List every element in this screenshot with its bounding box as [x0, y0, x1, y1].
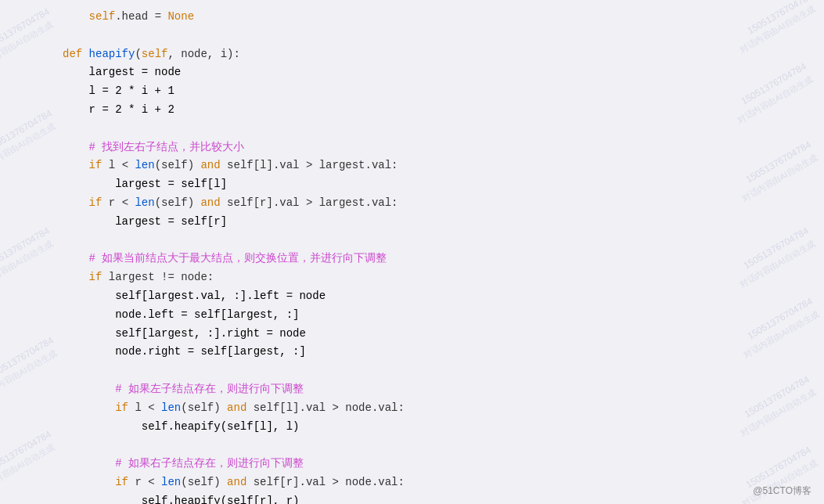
- code-line-blank4: [63, 362, 808, 380]
- code-line-swap2: node.left = self[largest, :]: [63, 306, 808, 325]
- code-line-blank2: [63, 120, 808, 139]
- code-container: self.head = None def heapify(self, node,…: [0, 0, 824, 504]
- code-line-if1: if l < len(self) and self[l].val > large…: [63, 157, 808, 175]
- code-line-if2: if r < len(self) and self[r].val > large…: [63, 194, 808, 213]
- code-line-comment4: # 如果右子结点存在，则进行向下调整: [63, 455, 808, 473]
- code-line-largest: largest = node: [63, 63, 808, 82]
- code-line-l: l = 2 * i + 1: [63, 82, 808, 101]
- code-line-comment3: # 如果左子结点存在，则进行向下调整: [63, 380, 808, 399]
- code-block: self.head = None def heapify(self, node,…: [0, 0, 824, 504]
- code-line-comment2: # 如果当前结点大于最大结点，则交换位置，并进行向下调整: [63, 250, 808, 268]
- code-line-if4: if l < len(self) and self[l].val > node.…: [63, 399, 808, 418]
- code-line-largest-l: largest = self[l]: [63, 175, 808, 194]
- code-line-heapify-r: self.heapify(self[r], r): [63, 492, 808, 504]
- footer-label: @51CTO博客: [753, 484, 811, 498]
- code-line-comment1: # 找到左右子结点，并比较大小: [63, 139, 808, 157]
- code-line-if3: if largest != node:: [63, 268, 808, 287]
- code-line-if5: if r < len(self) and self[r].val > node.…: [63, 473, 808, 492]
- code-line-swap1: self[largest.val, :].left = node: [63, 287, 808, 306]
- code-line-largest-r: largest = self[r]: [63, 213, 808, 232]
- code-line-1: self.head = None: [63, 8, 808, 27]
- code-line-heapify-l: self.heapify(self[l], l): [63, 418, 808, 437]
- code-line-blank5: [63, 436, 808, 455]
- code-line-swap3: self[largest, :].right = node: [63, 325, 808, 344]
- code-line-blank1: [63, 27, 808, 45]
- code-line-swap4: node.right = self[largest, :]: [63, 343, 808, 362]
- code-line-r: r = 2 * i + 2: [63, 101, 808, 120]
- code-line-blank3: [63, 232, 808, 250]
- code-line-def: def heapify(self, node, i):: [63, 45, 808, 64]
